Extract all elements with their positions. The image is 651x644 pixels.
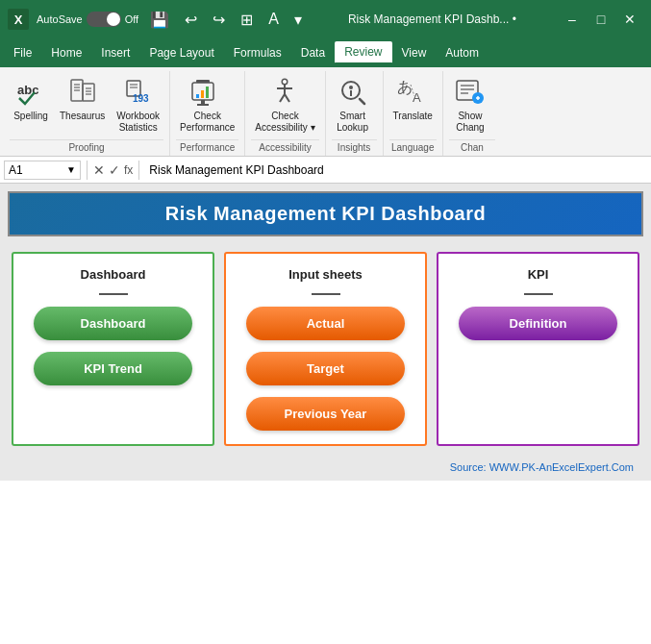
- svg-rect-5: [83, 84, 94, 101]
- previous-year-btn[interactable]: Previous Year: [246, 397, 405, 431]
- window-controls: – □ ✕: [559, 6, 643, 33]
- check-performance-button[interactable]: CheckPerformance: [176, 73, 238, 136]
- input-sheets-card: Input sheets Actual Target Previous Year: [224, 252, 427, 446]
- svg-point-21: [283, 80, 287, 84]
- excel-logo: X: [8, 9, 29, 30]
- svg-rect-15: [201, 100, 205, 104]
- show-changes-label: ShowChang: [456, 111, 484, 134]
- ribbon-group-accessibility: CheckAccessibility ▾ Accessibility: [245, 71, 325, 156]
- menu-formulas[interactable]: Formulas: [224, 42, 291, 63]
- undo-button[interactable]: ↩: [181, 9, 201, 31]
- translate-label: Translate: [393, 111, 433, 122]
- ribbon-group-proofing: abc Spelling: [4, 71, 170, 156]
- workbook-stats-label: WorkbookStatistics: [116, 111, 160, 134]
- smart-lookup-icon: [336, 75, 370, 110]
- menu-automate[interactable]: Autom: [436, 42, 488, 63]
- smart-lookup-label: SmartLookup: [337, 111, 368, 134]
- spelling-icon: abc: [13, 75, 48, 110]
- svg-point-27: [349, 86, 353, 89]
- redo-button[interactable]: ↪: [209, 9, 229, 31]
- menu-review[interactable]: Review: [335, 41, 391, 64]
- menu-page-layout[interactable]: Page Layout: [139, 42, 223, 63]
- spelling-button[interactable]: abc Spelling: [10, 73, 52, 124]
- autosave-label: AutoSave: [37, 13, 83, 25]
- sheet-area: Risk Management KPI Dashboard Dashboard …: [0, 184, 651, 481]
- autosave-state: Off: [125, 13, 138, 25]
- performance-group-label: Performance: [176, 139, 238, 156]
- dashboard-card-title: Dashboard: [25, 267, 201, 282]
- table-button[interactable]: ⊞: [237, 9, 257, 31]
- source-bar: Source: WWW.PK-AnExcelExpert.Com: [8, 458, 643, 473]
- ribbon-group-insights: SmartLookup Insights: [326, 71, 384, 156]
- formula-icons: ✕ ✓ fx: [93, 162, 133, 178]
- target-btn[interactable]: Target: [246, 352, 405, 385]
- ribbon-group-language: あ A Translate Language: [384, 71, 443, 156]
- workbook-stats-button[interactable]: 193 WorkbookStatistics: [113, 73, 163, 136]
- thesaurus-button[interactable]: Thesaurus: [56, 73, 109, 124]
- window-title: Risk Management KPI Dashb... •: [313, 12, 551, 26]
- save-button[interactable]: 💾: [146, 9, 173, 31]
- cell-reference-box[interactable]: A1 ▼: [4, 161, 81, 180]
- translate-button[interactable]: あ A Translate: [389, 73, 437, 124]
- accessibility-group-label: Accessibility: [251, 139, 318, 156]
- more-button[interactable]: ▾: [290, 9, 306, 31]
- menu-insert[interactable]: Insert: [91, 42, 139, 63]
- source-text: Source: WWW.PK-AnExcelExpert.Com: [450, 461, 634, 473]
- input-sheets-card-title: Input sheets: [238, 267, 413, 282]
- cards-container: Dashboard Dashboard KPI Trend Input shee…: [8, 246, 643, 452]
- autosave-area: AutoSave Off: [37, 12, 138, 27]
- formula-cancel-icon[interactable]: ✓: [109, 162, 120, 178]
- svg-text:193: 193: [133, 93, 149, 104]
- svg-text:abc: abc: [17, 83, 38, 97]
- show-changes-button[interactable]: ShowChang: [449, 73, 491, 136]
- check-accessibility-button[interactable]: CheckAccessibility ▾: [251, 73, 318, 136]
- kpi-card: KPI Definition: [437, 252, 639, 446]
- dashboard-title: Risk Management KPI Dashboard: [165, 203, 486, 224]
- show-changes-icon: [453, 75, 488, 110]
- thesaurus-label: Thesaurus: [60, 111, 105, 122]
- check-performance-label: CheckPerformance: [180, 111, 235, 134]
- formula-bar: A1 ▼ ✕ ✓ fx: [0, 157, 651, 184]
- svg-line-29: [360, 99, 364, 104]
- formula-input[interactable]: [145, 161, 647, 179]
- close-button[interactable]: ✕: [616, 6, 643, 33]
- ribbon-group-performance: CheckPerformance Performance: [170, 71, 245, 156]
- minimize-button[interactable]: –: [559, 6, 586, 33]
- formula-fn-icon[interactable]: fx: [124, 163, 133, 177]
- ribbon-group-changes: ShowChang Chan: [443, 71, 501, 156]
- check-accessibility-label: CheckAccessibility ▾: [255, 111, 314, 134]
- svg-line-24: [280, 94, 285, 102]
- definition-btn[interactable]: Definition: [459, 307, 617, 340]
- kpi-trend-btn[interactable]: KPI Trend: [34, 352, 192, 385]
- svg-text:A: A: [413, 90, 421, 105]
- formula-check-icon[interactable]: ✕: [93, 162, 105, 178]
- menu-file[interactable]: File: [4, 42, 41, 63]
- font-color-button[interactable]: A: [264, 9, 283, 30]
- maximize-button[interactable]: □: [588, 6, 614, 33]
- language-group-label: Language: [389, 139, 437, 156]
- dashboard-card: Dashboard Dashboard KPI Trend: [12, 252, 214, 446]
- check-accessibility-icon: [267, 75, 302, 110]
- smart-lookup-button[interactable]: SmartLookup: [332, 73, 374, 136]
- changes-group-label: Chan: [449, 139, 495, 156]
- proofing-label: Proofing: [10, 139, 163, 156]
- svg-rect-16: [197, 104, 209, 106]
- svg-text:あ: あ: [397, 79, 413, 95]
- svg-rect-17: [196, 94, 199, 98]
- thesaurus-icon: [65, 75, 100, 110]
- autosave-toggle[interactable]: [87, 12, 121, 27]
- cell-ref-dropdown-icon[interactable]: ▼: [66, 164, 76, 175]
- actual-btn[interactable]: Actual: [246, 307, 405, 340]
- menu-view[interactable]: View: [392, 42, 437, 63]
- ribbon: abc Spelling: [0, 67, 651, 157]
- dashboard-header: Risk Management KPI Dashboard: [8, 191, 643, 236]
- menu-home[interactable]: Home: [41, 42, 91, 63]
- svg-rect-14: [196, 80, 210, 83]
- dashboard-btn[interactable]: Dashboard: [34, 307, 192, 340]
- menu-bar: File Home Insert Page Layout Formulas Da…: [0, 38, 651, 67]
- svg-rect-19: [206, 87, 209, 98]
- svg-rect-18: [201, 90, 204, 98]
- translate-icon: あ A: [395, 75, 430, 110]
- formula-bar-sep2: [138, 161, 139, 180]
- menu-data[interactable]: Data: [291, 42, 335, 63]
